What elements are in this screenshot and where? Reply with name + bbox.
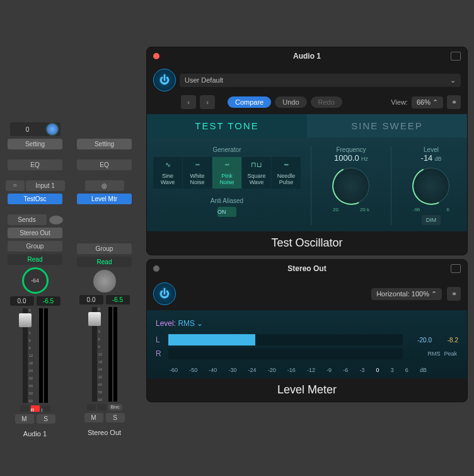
channel-l-label: L (156, 335, 163, 344)
level-value[interactable]: -14 (421, 153, 433, 163)
expand-icon[interactable] (451, 264, 461, 273)
chevron-down-icon: ⌄ (450, 76, 456, 84)
power-button[interactable]: ⏻ (153, 282, 176, 305)
fader-cap[interactable] (19, 313, 32, 327)
plugin-level-meter: Stereo Out ⏻ Horizontal: 100% ⌃ ⚭ Level:… (146, 259, 468, 402)
generator-sine-wave[interactable]: ∿SineWave (153, 157, 182, 189)
mute-button[interactable]: M (84, 413, 103, 422)
titlebar[interactable]: Audio 1 (147, 47, 467, 65)
level-meter-r (113, 307, 117, 402)
level-knob[interactable] (413, 168, 449, 204)
close-icon[interactable] (153, 53, 159, 59)
db-right: -6.5 (106, 295, 130, 305)
eq-button[interactable]: EQ (77, 160, 132, 170)
meter-scale: -60-50-40-30-24-20-16-12-9-6-3036dB (156, 362, 458, 373)
fader-cap[interactable] (88, 312, 101, 326)
level-mode-menu[interactable]: RMS ⌄ (178, 319, 203, 328)
power-button[interactable]: ⏻ (153, 69, 176, 91)
window-title: Stereo Out (147, 264, 467, 273)
sends-label[interactable]: Sends (8, 214, 47, 225)
level-meter-r (44, 308, 48, 403)
indicator (20, 405, 29, 412)
stereo-icon[interactable]: ◎ (85, 180, 124, 191)
generator-white-noise[interactable]: ┉WhiteNoise (183, 157, 212, 189)
redo-button[interactable]: Redo (311, 96, 342, 108)
group-slot[interactable]: Group (77, 243, 132, 254)
send-knob[interactable]: -64 (22, 267, 49, 294)
level-meter-l (39, 308, 43, 403)
zoom-menu[interactable]: 66% ⌃ (412, 96, 443, 108)
preset-menu[interactable]: User Default ⌄ (180, 74, 461, 87)
link-icon[interactable]: ⚭ (447, 95, 461, 109)
next-button[interactable]: › (200, 95, 215, 109)
pan-knob[interactable] (47, 124, 58, 135)
frequency-label: Frequency (321, 146, 381, 153)
record-enable[interactable]: R (31, 405, 40, 412)
pan-value: 0 (13, 126, 43, 133)
pan-control[interactable]: 0 (10, 122, 61, 136)
input-monitor[interactable]: I (42, 405, 50, 412)
input-toggle[interactable]: ○ (6, 180, 25, 191)
level-label: Level (402, 146, 461, 153)
eq-button[interactable]: EQ (8, 160, 62, 170)
strip-name: Audio 1 (23, 430, 47, 438)
window-title: Audio 1 (147, 52, 467, 61)
indicator (87, 404, 96, 410)
fader[interactable]: 63036912182432405060 (10, 308, 61, 403)
mute-button[interactable]: M (15, 414, 34, 424)
level-label: Level: (156, 319, 176, 328)
fader[interactable]: 63036912182432405060 (79, 307, 130, 402)
channel-strip-audio1: 0 Setting EQ ○ Input 1 TestOsc Sends Ste… (5, 6, 65, 476)
channel-strip-stereo-out: Setting EQ ◎ Level Mtr Group Read 0.0 -6… (74, 6, 134, 476)
frequency-knob[interactable] (333, 168, 369, 204)
level-meter-l (108, 307, 112, 402)
prev-button[interactable]: ‹ (181, 95, 196, 109)
strip-name: Stereo Out (88, 429, 121, 436)
generator-label: Generator (153, 146, 301, 153)
solo-button[interactable]: S (106, 413, 125, 422)
tab-sine-sweep[interactable]: SINE SWEEP (307, 114, 467, 137)
peak-value: -8.2 (437, 337, 458, 344)
generator-needle-pulse[interactable]: ┅NeedlePulse (272, 157, 301, 189)
output-slot[interactable]: Stereo Out (8, 228, 62, 238)
setting-button[interactable]: Setting (77, 139, 132, 149)
solo-button[interactable]: S (37, 414, 55, 424)
plugin-test-oscillator: Audio 1 ⏻ User Default ⌄ ‹ › Compare Und… (146, 47, 468, 255)
input-slot[interactable]: Input 1 (26, 180, 65, 191)
link-icon[interactable]: ⚭ (447, 287, 461, 301)
rms-value: -20.0 (408, 337, 432, 344)
antialiased-toggle[interactable]: ON (217, 207, 236, 217)
close-icon[interactable] (153, 265, 159, 272)
peak-label: Peak (444, 351, 457, 357)
channel-r-label: R (156, 349, 163, 358)
plugin-name: Test Oscillator (147, 231, 467, 255)
group-slot[interactable]: Group (8, 241, 62, 252)
generator-pink-noise[interactable]: ┉PinkNoise (212, 157, 241, 189)
tab-test-tone[interactable]: TEST TONE (147, 114, 307, 137)
horizontal-menu[interactable]: Horizontal: 100% ⌃ (371, 288, 442, 300)
pan-knob[interactable] (93, 270, 116, 293)
plugin-name: Level Meter (147, 378, 467, 402)
frequency-value[interactable]: 1000.0 (334, 153, 359, 163)
insert-testosc[interactable]: TestOsc (8, 194, 62, 204)
automation-mode[interactable]: Read (8, 254, 62, 265)
indicator (98, 404, 107, 410)
rms-label: RMS (427, 351, 440, 357)
compare-button[interactable]: Compare (228, 96, 271, 108)
antialiased-label: Anti Aliased (153, 197, 301, 204)
bounce-button[interactable]: Bnc (108, 404, 122, 410)
generator-square-wave[interactable]: ⊓⊔SquareWave (242, 157, 271, 189)
dim-button[interactable]: DIM (422, 215, 441, 225)
expand-icon[interactable] (451, 52, 461, 61)
view-label: View: (391, 98, 408, 106)
automation-mode[interactable]: Read (77, 257, 132, 267)
titlebar[interactable]: Stereo Out (147, 260, 467, 277)
undo-button[interactable]: Undo (275, 96, 306, 108)
db-right: -6.5 (37, 296, 61, 306)
sends-dot[interactable] (49, 216, 63, 224)
db-left: 0.0 (10, 296, 34, 306)
insert-levelmtr[interactable]: Level Mtr (77, 194, 132, 204)
db-left: 0.0 (79, 295, 103, 305)
meter-l (168, 334, 403, 345)
setting-button[interactable]: Setting (8, 139, 62, 149)
